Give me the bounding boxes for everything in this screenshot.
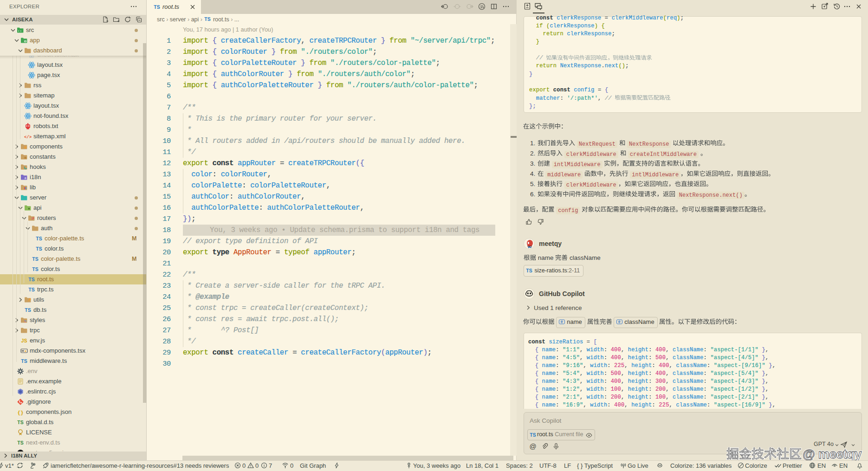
svg-text:TS: TS <box>21 358 27 364</box>
svg-text:TS: TS <box>530 432 536 438</box>
svg-text:TS: TS <box>17 440 23 445</box>
svg-text:TS: TS <box>28 287 34 292</box>
svg-text:{}: {} <box>17 410 23 415</box>
svg-text:TS: TS <box>526 268 532 273</box>
svg-text:TS: TS <box>28 277 34 282</box>
svg-text:TS: TS <box>17 419 23 425</box>
svg-text:TS: TS <box>36 246 42 252</box>
svg-text:TS: TS <box>36 236 42 241</box>
svg-text:JS: JS <box>21 338 27 343</box>
svg-text:TS: TS <box>32 256 38 262</box>
svg-text:TS: TS <box>32 266 38 272</box>
svg-text:TS: TS <box>25 307 31 313</box>
svg-text:@: @ <box>529 443 536 450</box>
svg-text:TS: TS <box>205 16 211 22</box>
svg-text:a: a <box>25 176 26 180</box>
svg-text:TS: TS <box>154 4 160 10</box>
svg-text:</>: </> <box>24 135 32 140</box>
